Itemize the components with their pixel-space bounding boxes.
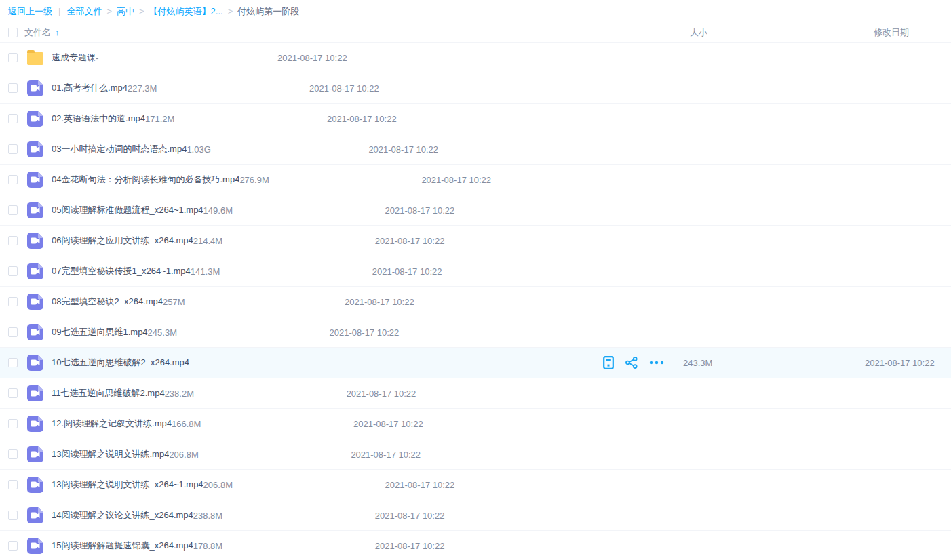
table-row[interactable]: 13阅读理解之说明文讲练_x264~1.mp4 206.8M 2021-08-1… [0,470,951,500]
table-row[interactable]: 01.高考考什么.mp4 227.3M 2021-08-17 10:22 [0,73,951,104]
breadcrumb-gaozhong[interactable]: 高中 [117,5,134,18]
file-size: 238.8M [193,511,375,521]
more-actions-button[interactable] [649,361,664,365]
file-size: 166.8M [172,419,353,429]
video-file-icon [27,80,43,96]
video-file-icon [27,416,43,432]
column-header-date[interactable]: 修改日期 [865,26,951,39]
file-size: 206.8M [169,449,351,460]
file-size: 149.6M [203,205,385,216]
video-file-icon [27,385,43,401]
table-row[interactable]: 13阅读理解之说明文讲练.mp4 206.8M 2021-08-17 10:22 [0,439,951,470]
save-to-device-button[interactable] [603,356,614,369]
ellipsis-icon [649,361,664,365]
file-date: 2021-08-17 10:22 [277,53,364,63]
row-checkbox[interactable] [8,358,18,367]
column-header-size[interactable]: 大小 [683,26,865,39]
file-name[interactable]: 11七选五逆向思维破解2.mp4 [52,387,165,399]
table-row[interactable]: 11七选五逆向思维破解2.mp4 238.2M 2021-08-17 10:22 [0,378,951,409]
file-date: 2021-08-17 10:22 [368,144,454,155]
table-row[interactable]: 06阅读理解之应用文讲练_x264.mp4 214.4M 2021-08-17 … [0,226,951,256]
file-date: 2021-08-17 10:22 [345,297,431,307]
file-date: 2021-08-17 10:22 [327,114,413,124]
video-file-icon [27,233,43,249]
row-checkbox[interactable] [8,266,18,276]
row-checkbox[interactable] [8,449,18,459]
file-name[interactable]: 05阅读理解标准做题流程_x264~1.mp4 [52,204,203,216]
row-checkbox[interactable] [8,144,18,154]
row-checkbox[interactable] [8,114,18,123]
file-name[interactable]: 13阅读理解之说明文讲练_x264~1.mp4 [52,479,203,491]
table-row[interactable]: 07完型填空秘诀传授1_x264~1.mp4 141.3M 2021-08-17… [0,256,951,287]
file-name[interactable]: 09七选五逆向思维1.mp4 [52,326,148,338]
file-name[interactable]: 13阅读理解之说明文讲练.mp4 [52,448,169,460]
file-name[interactable]: 15阅读理解解题提速锦囊_x264.mp4 [52,540,193,552]
file-name[interactable]: 10七选五逆向思维破解2_x264.mp4 [52,357,189,369]
breadcrumb-course-folder[interactable]: 【付炫屿英语】2... [149,5,223,18]
file-date: 2021-08-17 10:22 [865,358,951,368]
file-name[interactable]: 12.阅读理解之记叙文讲练.mp4 [52,418,172,430]
file-name[interactable]: 08完型填空秘诀2_x264.mp4 [52,296,163,308]
breadcrumb-all-files[interactable]: 全部文件 [66,5,102,18]
file-name[interactable]: 速成专题课 [52,52,96,64]
row-checkbox[interactable] [8,541,18,551]
file-size: 141.3M [191,266,372,277]
share-icon [625,357,638,369]
video-file-icon [27,477,43,493]
row-checkbox[interactable] [8,205,18,215]
table-row[interactable]: 12.阅读理解之记叙文讲练.mp4 166.8M 2021-08-17 10:2… [0,409,951,439]
file-name[interactable]: 14阅读理解之议论文讲练_x264.mp4 [52,509,193,521]
video-file-icon [27,141,43,157]
file-size: 171.2M [145,114,327,124]
file-date: 2021-08-17 10:22 [372,266,459,277]
column-header-filename[interactable]: 文件名 [24,26,51,39]
row-checkbox[interactable] [8,83,18,93]
file-name[interactable]: 07完型填空秘诀传授1_x264~1.mp4 [52,265,191,277]
file-date: 2021-08-17 10:22 [309,83,395,94]
video-file-icon [27,202,43,218]
table-row[interactable]: 09七选五逆向思维1.mp4 245.3M 2021-08-17 10:22 [0,317,951,348]
breadcrumb-chevron: > [106,6,112,16]
file-date: 2021-08-17 10:22 [330,327,416,338]
video-file-icon [27,111,43,127]
sort-ascending-icon[interactable]: ↑ [55,27,60,37]
breadcrumb-chevron: > [139,6,144,16]
file-name[interactable]: 06阅读理解之应用文讲练_x264.mp4 [52,235,193,247]
video-file-icon [27,263,43,279]
row-checkbox[interactable] [8,53,18,62]
select-all-checkbox[interactable] [8,28,18,37]
file-size: - [96,53,277,63]
row-checkbox[interactable] [8,327,18,337]
back-link[interactable]: 返回上一级 [8,5,52,18]
file-name[interactable]: 01.高考考什么.mp4 [52,82,128,94]
table-row[interactable]: 15阅读理解解题提速锦囊_x264.mp4 178.8M 2021-08-17 … [0,531,951,560]
file-size: 243.3M [683,358,865,368]
row-checkbox[interactable] [8,236,18,245]
file-size: 238.2M [165,388,347,399]
row-checkbox[interactable] [8,419,18,428]
file-size: 214.4M [193,236,375,246]
file-date: 2021-08-17 10:22 [375,511,461,521]
row-checkbox[interactable] [8,511,18,520]
row-checkbox[interactable] [8,297,18,306]
table-row[interactable]: 05阅读理解标准做题流程_x264~1.mp4 149.6M 2021-08-1… [0,195,951,226]
table-row[interactable]: 04金花断句法：分析阅读长难句的必备技巧.mp4 276.9M 2021-08-… [0,165,951,195]
file-date: 2021-08-17 10:22 [385,480,471,490]
row-checkbox[interactable] [8,388,18,398]
file-name[interactable]: 03一小时搞定动词的时态语态.mp4 [52,143,187,155]
file-date: 2021-08-17 10:22 [385,205,471,216]
table-row[interactable]: 10七选五逆向思维破解2_x264.mp4 [0,348,951,378]
row-checkbox[interactable] [8,480,18,489]
table-row[interactable]: 08完型填空秘诀2_x264.mp4 257M 2021-08-17 10:22 [0,287,951,317]
file-name[interactable]: 02.英语语法中的道.mp4 [52,113,145,125]
file-name[interactable]: 04金花断句法：分析阅读长难句的必备技巧.mp4 [52,174,239,186]
row-checkbox[interactable] [8,175,18,184]
table-row[interactable]: 14阅读理解之议论文讲练_x264.mp4 238.8M 2021-08-17 … [0,500,951,531]
share-button[interactable] [625,357,638,369]
table-row[interactable]: 03一小时搞定动词的时态语态.mp4 1.03G 2021-08-17 10:2… [0,134,951,165]
breadcrumb-pipe-separator: | [58,6,60,16]
table-row[interactable]: 速成专题课 - 2021-08-17 10:22 [0,43,951,73]
table-row[interactable]: 02.英语语法中的道.mp4 171.2M 2021-08-17 10:22 [0,104,951,134]
file-size: 276.9M [239,175,421,185]
file-date: 2021-08-17 10:22 [351,449,437,460]
